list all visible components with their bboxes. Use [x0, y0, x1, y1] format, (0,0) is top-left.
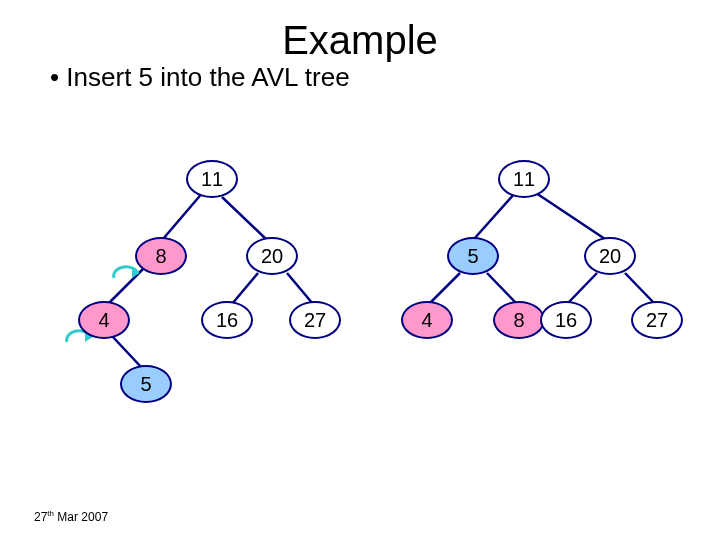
- tree-node: 16: [540, 301, 592, 339]
- tree-node: 27: [631, 301, 683, 339]
- svg-line-7: [536, 193, 605, 239]
- tree-node: 11: [186, 160, 238, 198]
- tree-node: 16: [201, 301, 253, 339]
- svg-line-8: [430, 273, 460, 303]
- tree-node: 27: [289, 301, 341, 339]
- svg-line-11: [625, 273, 654, 303]
- tree-node: 5: [120, 365, 172, 403]
- svg-line-5: [112, 336, 142, 368]
- tree-node: 20: [246, 237, 298, 275]
- footer-rest: Mar 2007: [54, 510, 108, 524]
- tree-node: 20: [584, 237, 636, 275]
- svg-line-4: [287, 273, 313, 304]
- tree-node: 11: [498, 160, 550, 198]
- tree-node: 4: [401, 301, 453, 339]
- svg-line-3: [232, 273, 258, 304]
- svg-line-6: [474, 193, 515, 239]
- svg-line-10: [568, 273, 597, 303]
- footer-day: 27: [34, 510, 47, 524]
- avl-diagram: 11 8 20 4 16 27 5 11 5 20 4 8 16 27: [0, 140, 720, 480]
- tree-node: 8: [135, 237, 187, 275]
- bullet-text: Insert 5 into the AVL tree: [50, 62, 350, 93]
- svg-line-0: [163, 191, 204, 239]
- rotation-arrow-icon: [110, 264, 144, 286]
- page-title: Example: [0, 18, 720, 63]
- tree-node: 8: [493, 301, 545, 339]
- svg-line-1: [222, 197, 267, 240]
- svg-line-9: [487, 273, 516, 303]
- tree-node: 5: [447, 237, 499, 275]
- footer-date: 27th Mar 2007: [34, 509, 108, 524]
- tree-node: 4: [78, 301, 130, 339]
